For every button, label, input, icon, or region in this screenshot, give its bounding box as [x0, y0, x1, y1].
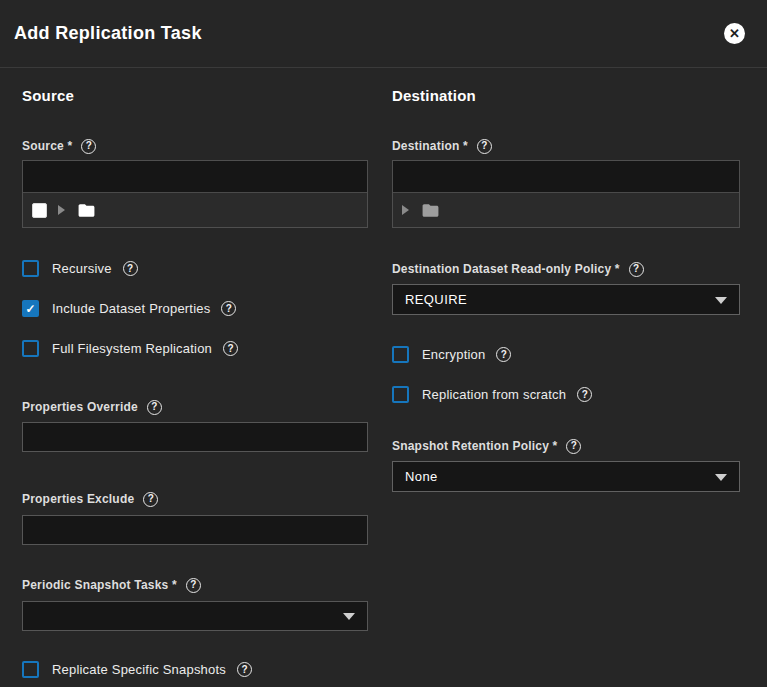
properties-override-input[interactable] [22, 422, 368, 452]
destination-input[interactable] [393, 161, 739, 193]
help-icon[interactable]: ? [123, 261, 138, 276]
replicate-specific-snapshots-checkbox[interactable] [22, 661, 39, 678]
encryption-row: Encryption ? [392, 346, 740, 363]
destination-column: Destination Destination * ? Destination … [392, 87, 740, 687]
help-icon[interactable]: ? [577, 387, 592, 402]
properties-exclude-input[interactable] [22, 515, 368, 545]
periodic-snapshot-tasks-label: Periodic Snapshot Tasks * ? [22, 578, 368, 592]
readonly-policy-select[interactable]: REQUIRE [392, 284, 740, 315]
destination-dataset-picker [392, 160, 740, 228]
chevron-down-icon [715, 474, 727, 481]
replication-from-scratch-checkbox[interactable] [392, 386, 409, 403]
snapshot-retention-policy-value: None [405, 469, 438, 484]
full-filesystem-replication-row: Full Filesystem Replication ? [22, 340, 368, 357]
include-dataset-properties-checkbox[interactable] [22, 300, 39, 317]
expand-arrow-icon[interactable] [402, 205, 409, 215]
full-filesystem-replication-label: Full Filesystem Replication [52, 341, 212, 356]
expand-arrow-icon[interactable] [58, 205, 65, 215]
source-tree-row[interactable] [23, 193, 367, 227]
help-icon[interactable]: ? [496, 347, 511, 362]
chevron-down-icon [715, 297, 727, 304]
source-field-label: Source * ? [22, 139, 368, 153]
source-dataset-picker [22, 160, 368, 228]
destination-section-title: Destination [392, 87, 740, 105]
recursive-row: Recursive ? [22, 260, 368, 277]
dialog-title: Add Replication Task [14, 23, 724, 44]
close-icon[interactable]: ✕ [724, 23, 745, 44]
tree-checkbox[interactable] [32, 203, 47, 218]
destination-tree-row[interactable] [393, 193, 739, 227]
help-icon[interactable]: ? [477, 139, 492, 154]
encryption-label: Encryption [422, 347, 485, 362]
help-icon[interactable]: ? [237, 662, 252, 677]
periodic-snapshot-tasks-select[interactable] [22, 601, 368, 631]
help-icon[interactable]: ? [566, 439, 581, 454]
help-icon[interactable]: ? [143, 492, 158, 507]
help-icon[interactable]: ? [147, 400, 162, 415]
readonly-policy-label: Destination Dataset Read-only Policy * ? [392, 262, 740, 276]
snapshot-retention-policy-label: Snapshot Retention Policy * ? [392, 439, 740, 453]
recursive-checkbox[interactable] [22, 260, 39, 277]
source-column: Source Source * ? Recursive ? [22, 87, 368, 687]
recursive-label: Recursive [52, 261, 112, 276]
source-section-title: Source [22, 87, 368, 105]
replicate-specific-snapshots-row: Replicate Specific Snapshots ? [22, 661, 368, 678]
help-icon[interactable]: ? [186, 578, 201, 593]
replication-from-scratch-row: Replication from scratch ? [392, 386, 740, 403]
folder-icon [420, 201, 441, 220]
help-icon[interactable]: ? [81, 139, 96, 154]
source-input[interactable] [23, 161, 367, 193]
readonly-policy-value: REQUIRE [405, 292, 467, 307]
full-filesystem-replication-checkbox[interactable] [22, 340, 39, 357]
properties-exclude-label: Properties Exclude ? [22, 492, 368, 506]
help-icon[interactable]: ? [221, 301, 236, 316]
destination-field-label: Destination * ? [392, 139, 740, 153]
dialog-header: Add Replication Task ✕ [0, 0, 767, 68]
add-replication-task-dialog: Add Replication Task ✕ Source Source * ? [0, 0, 767, 687]
replicate-specific-snapshots-label: Replicate Specific Snapshots [52, 662, 226, 677]
folder-icon [76, 201, 97, 220]
help-icon[interactable]: ? [629, 262, 644, 277]
dialog-body: Source Source * ? Recursive ? [0, 68, 767, 687]
chevron-down-icon [343, 613, 355, 620]
replication-from-scratch-label: Replication from scratch [422, 387, 566, 402]
properties-override-label: Properties Override ? [22, 400, 368, 414]
include-dataset-properties-row: Include Dataset Properties ? [22, 300, 368, 317]
include-dataset-properties-label: Include Dataset Properties [52, 301, 210, 316]
help-icon[interactable]: ? [223, 341, 238, 356]
snapshot-retention-policy-select[interactable]: None [392, 461, 740, 492]
encryption-checkbox[interactable] [392, 346, 409, 363]
